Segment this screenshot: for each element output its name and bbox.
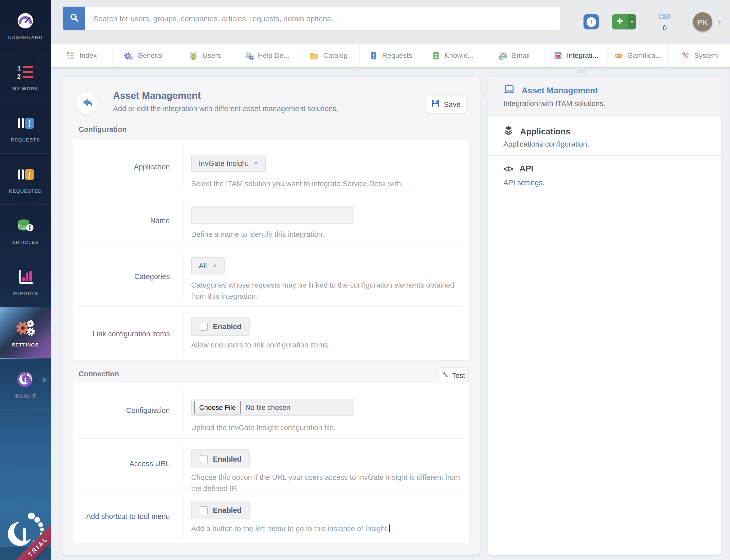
form-row-application: Application InvGate Insight ▼ Select the… (73, 139, 469, 195)
tab-label: Index (80, 51, 97, 59)
chevron-down-icon: ▼ (213, 263, 217, 268)
tab-help-desk[interactable]: Help De... (236, 44, 298, 67)
checkbox-label: Enabled (213, 322, 242, 330)
field-label: Access URL (73, 444, 184, 483)
application-dropdown[interactable]: InvGate Insight ▼ (191, 155, 266, 172)
sidebar-item-label: SETTINGS (12, 342, 39, 347)
sidebar-item-my-work[interactable]: 12 MY WORK (0, 51, 51, 102)
svg-text:1: 1 (17, 65, 21, 72)
chevron-down-icon[interactable]: ▼ (628, 14, 636, 29)
search-icon (69, 12, 79, 24)
tab-general[interactable]: General (113, 44, 174, 67)
tab-label: General (137, 51, 163, 59)
admin-nav-tabs: Index General Users Help De... Catalog R… (51, 44, 730, 67)
form-row-access-url: Access URL Enabled Choose this option if… (73, 438, 469, 489)
topbar-actions: ! + ▼ 0 PK ▼ (583, 0, 722, 44)
name-input[interactable] (191, 206, 355, 224)
chevron-down-icon: ▼ (717, 19, 722, 25)
text-cursor (389, 524, 390, 532)
sidebar-item-settings[interactable]: SETTINGS (0, 307, 51, 359)
configuration-file-input[interactable]: Choose File No file chosen (191, 399, 355, 416)
layers-icon (503, 125, 513, 137)
field-help: Add a button to the left menu to go to t… (191, 523, 461, 535)
dropdown-value: InvGate Insight (199, 159, 248, 167)
context-item-asset-management[interactable]: Asset Management Integration with ITAM s… (488, 77, 721, 117)
sidebar-item-insight[interactable]: INSIGHT (0, 359, 51, 410)
tab-label: Gamifica... (627, 51, 661, 59)
alert-button[interactable]: ! (583, 14, 599, 29)
tab-gamification[interactable]: Gamifica... (607, 44, 669, 67)
save-button[interactable]: Save (426, 96, 466, 113)
field-label: Categories (73, 253, 184, 300)
sidebar-item-label: MY WORK (12, 85, 38, 91)
categories-dropdown[interactable]: All ▼ (191, 257, 225, 274)
test-connection-button[interactable]: Test (438, 367, 468, 383)
choose-file-button[interactable]: Choose File (194, 400, 241, 414)
sidebar-item-label: ARTICLES (12, 239, 39, 245)
search-input[interactable] (85, 7, 560, 30)
connection-section-heading: Connection (79, 370, 119, 378)
shortcut-enabled-checkbox[interactable]: Enabled (191, 501, 250, 519)
checkbox-icon[interactable] (200, 506, 208, 514)
configuration-panel: Application InvGate Insight ▼ Select the… (72, 138, 470, 361)
tab-label: Help De... (258, 51, 290, 59)
field-label: Name (73, 201, 184, 240)
topbar: ! + ▼ 0 PK ▼ (51, 0, 730, 44)
sidebar-item-requested[interactable]: REQUESTED (0, 154, 51, 205)
form-row-shortcut: Add shortcut to tool menu Enabled Add a … (73, 489, 469, 544)
context-item-api[interactable]: </> API API settings. (488, 155, 721, 193)
sidebar-item-label: REPORTS (12, 290, 38, 296)
sidebar: DASHBOARD 12 MY WORK REQUESTS REQUESTED … (0, 0, 51, 560)
field-label: Link configuration items (73, 312, 184, 355)
active-tab-pointer-icon (576, 67, 587, 73)
tab-requests[interactable]: Requests (360, 44, 421, 67)
tab-index[interactable]: Index (51, 44, 113, 67)
content-area: Asset Management Add or edit the integra… (51, 67, 730, 560)
link-items-enabled-checkbox[interactable]: Enabled (191, 317, 250, 336)
chevron-right-icon[interactable] (43, 377, 47, 383)
checkbox-label: Enabled (213, 506, 242, 514)
requests-icon (16, 113, 34, 133)
sidebar-item-requests[interactable]: REQUESTS (0, 102, 51, 154)
tab-integrations[interactable]: Integrati... (545, 44, 607, 67)
access-url-enabled-checkbox[interactable]: Enabled (191, 449, 250, 468)
save-floppy-icon (432, 99, 440, 109)
requested-icon (16, 165, 34, 184)
context-item-title: API (519, 164, 533, 173)
wrench-icon (441, 371, 449, 380)
sidebar-item-articles[interactable]: ARTICLES (0, 205, 51, 256)
settings-gear-icon (15, 318, 36, 338)
app-window: DASHBOARD 12 MY WORK REQUESTS REQUESTED … (0, 0, 730, 560)
field-help: Select the ITAM solution you want to int… (191, 179, 461, 190)
my-work-icon: 12 (17, 62, 34, 81)
tab-system[interactable]: System (669, 44, 730, 67)
connection-panel: Configuration Choose File No file chosen… (72, 382, 470, 543)
sidebar-item-dashboard[interactable]: DASHBOARD (0, 0, 51, 51)
sidebar-item-reports[interactable]: REPORTS (0, 256, 51, 307)
page-title: Asset Management (113, 90, 201, 101)
create-new-button[interactable]: + ▼ (612, 14, 636, 29)
gamification-score[interactable]: 0 (658, 12, 671, 32)
tab-label: System (694, 51, 718, 59)
asset-management-form-card: Asset Management Add or edit the integra… (62, 77, 479, 555)
tab-email[interactable]: Email (483, 44, 545, 67)
exclamation-icon: ! (586, 17, 596, 27)
gamepad-icon (658, 12, 671, 22)
context-item-applications[interactable]: Applications Applications configuration. (488, 117, 721, 155)
dropdown-value: All (199, 262, 207, 270)
plus-icon[interactable]: + (612, 14, 628, 29)
back-button[interactable] (76, 92, 98, 115)
tab-knowledge[interactable]: Knowle... (421, 44, 483, 67)
search-button[interactable] (63, 7, 85, 30)
avatar[interactable]: PK (693, 12, 712, 31)
page-subtitle: Add or edit the integration with differe… (113, 104, 339, 113)
checkbox-icon[interactable] (200, 455, 208, 463)
file-status: No file chosen (245, 403, 290, 411)
user-menu[interactable]: PK ▼ (693, 12, 722, 31)
field-label: Add shortcut to tool menu (73, 496, 184, 538)
checkbox-icon[interactable] (200, 322, 208, 330)
tab-catalog[interactable]: Catalog (298, 44, 360, 67)
tab-users[interactable]: Users (174, 44, 236, 67)
sidebar-item-label: INSIGHT (14, 393, 37, 398)
sidebar-item-label: REQUESTS (11, 137, 40, 142)
